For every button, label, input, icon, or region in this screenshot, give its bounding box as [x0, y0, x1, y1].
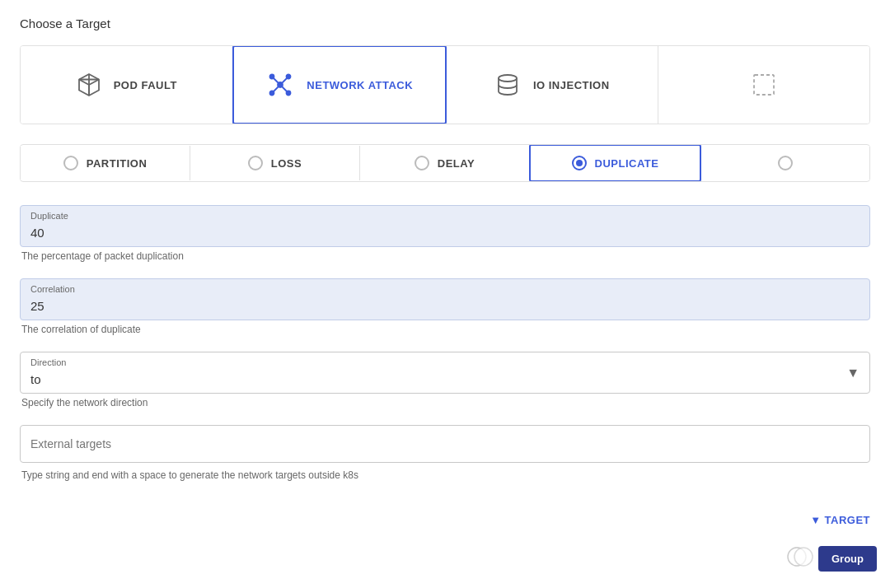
external-targets-input[interactable]	[20, 425, 870, 463]
target-cards-row: POD FAULT NETWORK ATTACK	[20, 45, 870, 124]
loss-label: LOSS	[271, 157, 302, 170]
target-card-io-injection[interactable]: IO INJECTION	[446, 46, 658, 124]
svg-point-9	[499, 75, 517, 82]
io-injection-label: IO INJECTION	[533, 79, 610, 91]
correlation-field-wrapper: Correlation	[20, 278, 870, 320]
target-card-network-attack[interactable]: NETWORK ATTACK	[232, 45, 447, 124]
external-targets-group: Type string and end with a space to gene…	[20, 425, 870, 491]
correlation-field-label: Correlation	[30, 284, 75, 294]
correlation-input[interactable]	[21, 279, 869, 320]
network-icon	[265, 70, 295, 100]
duplicate-label: DUPLICATE	[595, 157, 659, 170]
pod-fault-label: POD FAULT	[114, 79, 177, 91]
target-card-misc[interactable]	[658, 46, 870, 124]
direction-select-wrapper[interactable]: Direction to ▼	[20, 352, 870, 394]
sub-option-delay[interactable]: DELAY	[360, 146, 530, 180]
direction-value: to	[21, 352, 869, 393]
correlation-field-group: Correlation The correlation of duplicate	[20, 278, 870, 345]
correlation-hint: The correlation of duplicate	[21, 324, 870, 335]
delay-label: DELAY	[438, 157, 475, 170]
duplicate-field-wrapper: Duplicate	[20, 205, 870, 247]
radio-extra	[778, 156, 793, 170]
chevron-down-icon: ▼	[810, 514, 821, 526]
page-title: Choose a Target	[20, 16, 870, 30]
partition-label: PARTITION	[87, 157, 148, 170]
radio-delay	[415, 156, 429, 170]
chat-icon	[785, 542, 815, 575]
sub-option-partition[interactable]: PARTITION	[21, 146, 190, 180]
direction-field-group: Direction to ▼ Specify the network direc…	[20, 352, 870, 418]
sub-option-extra[interactable]	[700, 146, 869, 180]
sub-options-row: PARTITION LOSS DELAY DUPLICATE	[20, 144, 870, 182]
duplicate-field-group: Duplicate The percentage of packet dupli…	[20, 205, 870, 272]
external-targets-hint: Type string and end with a space to gene…	[21, 469, 870, 481]
group-button[interactable]: Group	[818, 546, 877, 572]
svg-line-5	[272, 77, 280, 85]
duplicate-input[interactable]	[21, 206, 869, 246]
bottom-row: ▼ TARGET	[20, 514, 870, 526]
radio-partition	[63, 156, 78, 170]
svg-line-8	[280, 85, 288, 93]
target-link-label: TARGET	[825, 514, 870, 526]
database-icon	[494, 71, 522, 99]
network-attack-label: NETWORK ATTACK	[307, 79, 413, 91]
sub-option-loss[interactable]: LOSS	[190, 146, 360, 180]
svg-rect-10	[754, 75, 774, 95]
svg-point-12	[794, 548, 813, 566]
duplicate-field-label: Duplicate	[30, 211, 68, 221]
target-link[interactable]: ▼ TARGET	[810, 514, 870, 526]
radio-duplicate	[572, 156, 587, 170]
radio-loss	[248, 156, 263, 170]
sub-option-duplicate[interactable]: DUPLICATE	[529, 144, 701, 182]
dashed-square-icon	[751, 72, 777, 98]
svg-line-7	[272, 85, 280, 93]
duplicate-hint: The percentage of packet duplication	[21, 250, 870, 262]
form-section: Duplicate The percentage of packet dupli…	[20, 205, 870, 497]
bottom-overlay: Group	[785, 542, 877, 575]
direction-field-label: Direction	[30, 357, 66, 367]
svg-line-6	[280, 77, 288, 85]
cube-icon	[76, 72, 102, 98]
direction-hint: Specify the network direction	[21, 397, 870, 408]
target-card-pod-fault[interactable]: POD FAULT	[21, 46, 233, 124]
